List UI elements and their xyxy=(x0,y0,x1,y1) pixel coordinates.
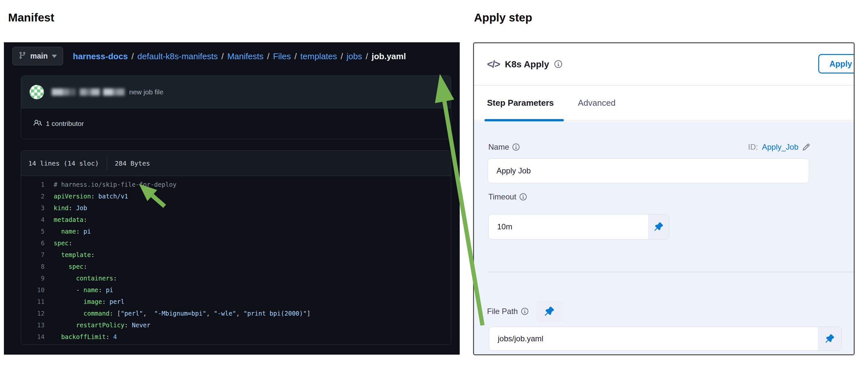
line-number[interactable]: 2 xyxy=(21,193,44,200)
branch-name: main xyxy=(30,52,48,61)
breadcrumb-current-file: job.yaml xyxy=(372,52,406,61)
line-number[interactable]: 14 xyxy=(21,333,44,340)
git-branch-icon xyxy=(19,52,26,61)
code-line: 12 command: ["perl", "-Mbignum=bpi", "-w… xyxy=(21,307,451,319)
file-size: 284 Bytes xyxy=(115,159,150,167)
code-text: kind: Job xyxy=(44,204,87,212)
code-line: 2apiVersion: batch/v1 xyxy=(21,190,451,202)
timeout-input[interactable]: 10m xyxy=(488,214,669,240)
info-icon[interactable] xyxy=(521,308,528,315)
file-content-box: 14 lines (14 sloc) 284 Bytes 1# harness.… xyxy=(21,150,451,345)
line-number[interactable]: 12 xyxy=(21,310,44,317)
commit-author-redacted xyxy=(52,89,125,96)
code-text: spec: xyxy=(44,263,87,270)
branch-selector-button[interactable]: main xyxy=(12,47,63,65)
code-step-icon: </> xyxy=(487,59,500,70)
step-tabs: Step Parameters Advanced xyxy=(474,86,854,120)
line-number[interactable]: 10 xyxy=(21,286,44,294)
breadcrumb-separator: / xyxy=(131,52,134,61)
code-line: 13 restartPolicy: Never xyxy=(21,319,451,331)
code-text: metadata: xyxy=(44,216,87,223)
filepath-input-value: jobs/job.yaml xyxy=(498,334,543,343)
info-icon[interactable] xyxy=(520,193,527,201)
redacted-block xyxy=(113,89,118,96)
breadcrumb-link[interactable]: jobs xyxy=(346,52,362,61)
contributors-row: 1 contributor xyxy=(21,108,451,139)
line-number[interactable]: 6 xyxy=(21,240,44,247)
code-line: 4metadata: xyxy=(21,214,451,225)
info-icon[interactable] xyxy=(513,144,520,151)
code-line: 7 template: xyxy=(21,249,451,261)
commit-info-box: new job file 1 contributor xyxy=(21,75,451,139)
commit-message-link[interactable]: new job file xyxy=(129,88,163,96)
info-icon[interactable] xyxy=(554,60,562,69)
code-line: 9 containers: xyxy=(21,272,451,284)
filepath-pin-toggle[interactable] xyxy=(818,327,841,350)
apply-step-heading: Apply step xyxy=(474,11,532,24)
code-text: containers: xyxy=(44,275,117,282)
breadcrumb-separator: / xyxy=(221,52,223,61)
section-divider xyxy=(488,272,854,272)
edit-pencil-icon[interactable] xyxy=(802,143,810,151)
file-meta-bar: 14 lines (14 sloc) 284 Bytes xyxy=(21,151,451,176)
breadcrumb-link[interactable]: Files xyxy=(273,52,291,61)
pushpin-icon xyxy=(825,334,834,343)
code-line: 14 backoffLimit: 4 xyxy=(21,331,451,343)
line-number[interactable]: 9 xyxy=(21,275,44,282)
id-value-link[interactable]: Apply_Job xyxy=(762,143,798,152)
timeout-label-text: Timeout xyxy=(488,192,516,202)
breadcrumb-separator: / xyxy=(341,52,343,61)
active-tab-underline xyxy=(485,119,564,121)
breadcrumb-link[interactable]: templates xyxy=(300,52,337,61)
redacted-block xyxy=(103,89,113,96)
tab-step-parameters[interactable]: Step Parameters xyxy=(487,98,554,108)
latest-commit-row: new job file xyxy=(21,76,451,108)
step-header: </> K8s Apply Apply xyxy=(474,43,854,86)
code-line: 5 name: pi xyxy=(21,225,451,237)
filepath-pin-button[interactable] xyxy=(537,301,562,322)
redacted-block xyxy=(100,89,103,96)
timeout-label: Timeout xyxy=(488,192,527,202)
tab-advanced[interactable]: Advanced xyxy=(578,98,616,108)
filepath-input[interactable]: jobs/job.yaml xyxy=(489,327,842,351)
contributors-link[interactable]: 1 contributor xyxy=(46,120,84,127)
redacted-block xyxy=(80,89,86,96)
redacted-block xyxy=(69,89,76,96)
line-number[interactable]: 11 xyxy=(21,298,44,305)
redacted-block xyxy=(86,89,91,96)
redacted-block xyxy=(91,89,100,96)
breadcrumb-separator: / xyxy=(366,52,368,61)
avatar[interactable] xyxy=(30,85,44,99)
code-body: 1# harness.io/skip-file-for-deploy2apiVe… xyxy=(21,176,451,343)
code-text: backoffLimit: 4 xyxy=(44,333,117,340)
pushpin-icon xyxy=(654,222,663,231)
timeout-pin-toggle[interactable] xyxy=(648,214,669,239)
breadcrumb-link[interactable]: harness-docs xyxy=(73,52,128,61)
breadcrumb-link[interactable]: default-k8s-manifests xyxy=(137,52,218,61)
step-title: K8s Apply xyxy=(505,59,549,70)
breadcrumb-link[interactable]: Manifests xyxy=(227,52,264,61)
line-number[interactable]: 5 xyxy=(21,228,44,235)
code-text: - name: pi xyxy=(44,286,113,294)
line-number[interactable]: 4 xyxy=(21,216,44,223)
filepath-label: File Path xyxy=(487,307,528,316)
line-number[interactable]: 8 xyxy=(21,263,44,270)
line-number[interactable]: 3 xyxy=(21,204,44,212)
chevron-down-icon xyxy=(52,55,57,58)
breadcrumb-separator: / xyxy=(267,52,269,61)
code-text: spec: xyxy=(44,240,72,247)
id-label: ID: xyxy=(748,143,758,152)
name-id-row: Name ID: Apply_Job xyxy=(488,141,810,153)
apply-changes-button[interactable]: Apply xyxy=(818,54,855,73)
code-text: # harness.io/skip-file-for-deploy xyxy=(44,181,177,188)
code-line: 1# harness.io/skip-file-for-deploy xyxy=(21,179,451,190)
code-line: 8 spec: xyxy=(21,261,451,272)
breadcrumb: harness-docs/default-k8s-manifests/Manif… xyxy=(73,42,406,70)
meta-divider xyxy=(107,156,107,171)
line-number[interactable]: 7 xyxy=(21,251,44,258)
line-number[interactable]: 13 xyxy=(21,322,44,329)
line-number[interactable]: 1 xyxy=(21,181,44,188)
name-input[interactable]: Apply Job xyxy=(488,158,809,183)
step-id: ID: Apply_Job xyxy=(748,143,810,152)
code-text: restartPolicy: Never xyxy=(44,322,150,329)
